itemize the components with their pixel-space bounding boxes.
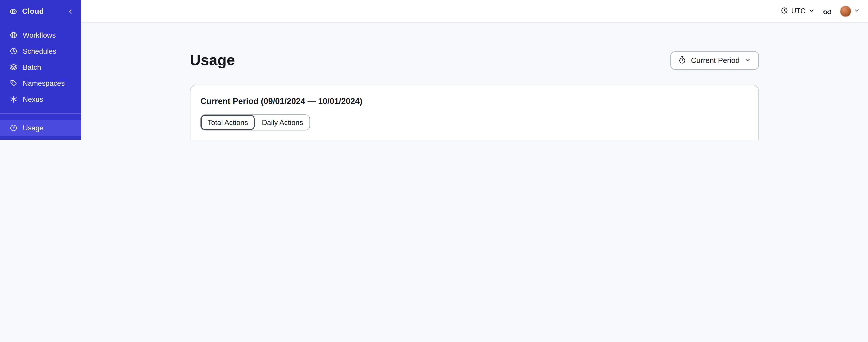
sidebar-item-label: Schedules: [23, 47, 56, 55]
timezone-label: UTC: [791, 7, 805, 15]
usage-icon: [9, 124, 18, 132]
main-area: Usage Current Period Current Period (09/…: [81, 23, 868, 140]
brand-label: Cloud: [22, 7, 62, 15]
sidebar-brand: Cloud: [0, 0, 81, 23]
sidebar-item-batch[interactable]: Batch: [0, 59, 81, 75]
sidebar-nav: WorkflowsSchedulesBatchNamespacesNexusUs…: [0, 23, 81, 140]
nexus-icon: [9, 95, 18, 103]
page-title: Usage: [190, 52, 235, 69]
clock-icon: [781, 6, 788, 16]
timezone-picker[interactable]: UTC: [781, 6, 815, 16]
glasses-icon[interactable]: [823, 6, 832, 16]
sidebar-item-workflows[interactable]: Workflows: [0, 27, 81, 43]
sidebar-item-label: Workflows: [23, 31, 56, 39]
sidebar-collapse-button[interactable]: [66, 7, 74, 15]
sidebar-item-billing[interactable]: Billing: [0, 136, 81, 140]
sidebar-divider: [0, 113, 81, 114]
namespaces-icon: [9, 79, 18, 87]
workflows-icon: [9, 31, 18, 39]
card-title: Current Period (09/01/2024 — 10/01/2024): [200, 96, 748, 106]
sidebar-item-nexus[interactable]: Nexus: [0, 91, 81, 107]
sidebar-item-label: Batch: [23, 63, 41, 71]
batch-icon: [9, 63, 18, 71]
sidebar-item-usage[interactable]: Usage: [0, 120, 81, 136]
sidebar-item-schedules[interactable]: Schedules: [0, 43, 81, 59]
app-window: Cloud WorkflowsSchedulesBatchNamespacesN…: [0, 0, 868, 140]
topbar: UTC: [81, 0, 868, 23]
sidebar-item-namespaces[interactable]: Namespaces: [0, 75, 81, 91]
period-selector-label: Current Period: [691, 57, 739, 65]
sidebar: Cloud WorkflowsSchedulesBatchNamespacesN…: [0, 0, 81, 140]
account-menu[interactable]: [840, 5, 860, 17]
tab-daily-actions[interactable]: Daily Actions: [255, 115, 310, 130]
period-selector-button[interactable]: Current Period: [671, 52, 759, 70]
sidebar-item-label: Nexus: [23, 95, 43, 103]
chevron-down-icon: [744, 56, 751, 65]
avatar: [840, 5, 851, 17]
actions-tab-group: Total ActionsDaily Actions: [200, 114, 310, 130]
sidebar-item-label: Usage: [23, 124, 43, 132]
temporal-logo-icon: [9, 7, 18, 16]
chevron-down-icon: [854, 6, 860, 16]
chevron-down-icon: [808, 7, 815, 15]
sidebar-item-label: Namespaces: [23, 79, 65, 87]
stopwatch-icon: [678, 56, 687, 65]
tab-total-actions[interactable]: Total Actions: [201, 115, 255, 130]
usage-summary-card: Current Period (09/01/2024 — 10/01/2024)…: [190, 84, 759, 140]
schedules-icon: [9, 47, 18, 55]
